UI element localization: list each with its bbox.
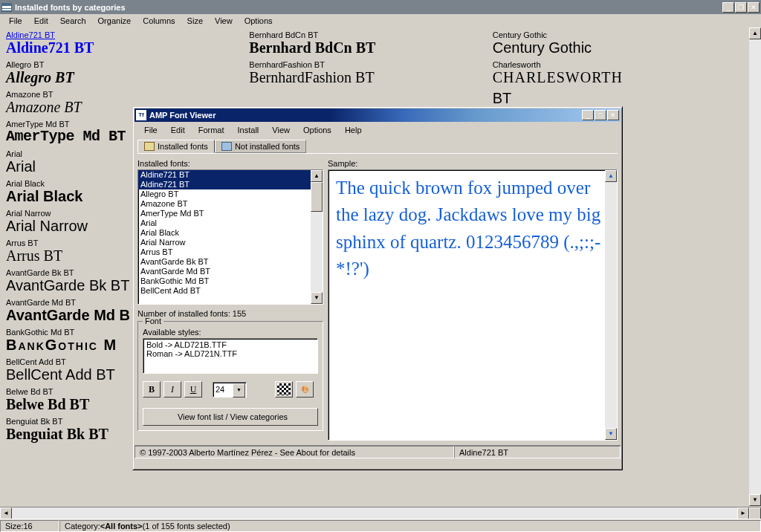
list-item[interactable]: Aldine721 BT [138,170,323,180]
font-name: BernhardFashion BT [249,60,492,69]
font-cell[interactable]: Century GothicCentury Gothic [493,30,736,56]
list-item[interactable]: Amazone BT [138,199,323,209]
main-titlebar: Installed fonts by categories _ ❐ ✕ [0,0,761,14]
font-name: Amazone BT [6,90,249,99]
viewer-close-button[interactable]: ✕ [607,110,619,120]
bold-button[interactable]: B [143,381,161,398]
font-cell[interactable]: Allegro BTAllegro BT [6,60,249,85]
app-icon: Tf [136,110,146,120]
font-preview: Aldine721 BT [6,39,249,56]
list-scroll-thumb[interactable] [311,182,323,212]
categories-icon [1,3,12,12]
list-item[interactable]: Arial Narrow [138,238,323,247]
list-item[interactable]: Arial Black [138,228,323,238]
list-item[interactable]: Allegro BT [138,189,323,199]
main-title: Installed fonts by categories [15,3,126,12]
font-preview: Century Gothic [493,39,736,56]
vmenu-format[interactable]: Format [192,124,231,136]
sample-scrollbar[interactable]: ▲ ▼ [605,170,617,440]
vmenu-edit[interactable]: Edit [164,124,192,136]
left-panel: Installed fonts: Aldine721 BTAldine721 B… [137,159,323,441]
tab-installed[interactable]: Installed fonts [137,140,215,153]
menu-file[interactable]: File [3,15,28,27]
menu-search[interactable]: Search [54,15,92,27]
main-menubar: File Edit Search Organize Columns Size V… [0,14,761,27]
fonts-listbox[interactable]: Aldine721 BTAldine721 BTAllegro BTAmazon… [137,169,323,305]
font-cell[interactable]: Bernhard BdCn BTBernhard BdCn BT [249,30,492,56]
sample-scroll-up[interactable]: ▲ [605,170,617,182]
font-legend: Font [143,317,163,325]
scroll-left-button[interactable]: ◄ [0,507,12,519]
fg-color-button[interactable] [275,381,293,398]
scroll-right-button[interactable]: ► [737,507,749,519]
sample-scroll-down[interactable]: ▼ [605,428,617,440]
vmenu-file[interactable]: File [137,124,164,136]
bg-color-button[interactable]: 🎨 [296,381,314,398]
list-scroll-up[interactable]: ▲ [311,170,323,182]
vmenu-options[interactable]: Options [297,124,338,136]
status-copyright: © 1997-2003 Alberto Martínez Pérez - See… [135,446,454,458]
font-preview: BT [493,90,736,106]
viewer-titlebar: Tf AMP Font Viewer _ □ ✕ [135,108,621,122]
style-row: Roman -> ALD721N.TTF [146,349,314,358]
font-name: Bernhard BdCn BT [249,30,492,39]
font-preview: Allegro BT [6,69,249,85]
menu-organize[interactable]: Organize [92,15,137,27]
main-statusbar: Size: 16 Category: <All fonts> (1 of 155… [0,519,761,532]
close-button[interactable]: ✕ [748,2,760,13]
vertical-scrollbar[interactable]: ▲ ▼ [749,27,761,506]
list-item[interactable]: Aldine721 BT [138,180,323,189]
minimize-button[interactable]: _ [722,2,734,13]
viewer-minimize-button[interactable]: _ [582,110,594,120]
list-item[interactable]: BankGothic Md BT [138,276,323,286]
font-name: Charlesworth [493,60,736,69]
italic-button[interactable]: I [163,381,181,398]
list-item[interactable]: AvantGarde Bk BT [138,257,323,267]
scroll-corner [749,507,761,519]
font-name: Century Gothic [493,30,736,39]
vmenu-install[interactable]: Install [231,124,266,136]
font-count: Number of installed fonts: 155 [137,309,323,318]
font-name: Aldine721 BT [6,30,249,39]
list-item[interactable]: AvantGarde Md BT [138,267,323,276]
menu-options[interactable]: Options [239,15,279,27]
restore-button[interactable]: ❐ [735,2,747,13]
right-panel: Sample: The quick brown fox jumped over … [328,159,618,441]
styles-box: Bold -> ALD721B.TTF Roman -> ALD721N.TTF [143,338,318,374]
vmenu-view[interactable]: View [265,124,297,136]
horizontal-scrollbar[interactable]: ◄ ► [0,507,761,519]
list-item[interactable]: Arrus BT [138,247,323,257]
list-item[interactable]: BellCent Add BT [138,286,323,296]
menu-columns[interactable]: Columns [137,15,181,27]
fonts-list-label: Installed fonts: [137,159,323,168]
tab-not-installed[interactable]: Not installed fonts [215,140,306,153]
tabs: Installed fonts Not installed fonts [133,137,622,153]
menu-size[interactable]: Size [181,15,209,27]
not-installed-fonts-icon [221,142,232,151]
status-category: Category: <All fonts> (1 of 155 fonts se… [59,520,761,532]
status-current-font: Aldine721 BT [454,446,621,458]
style-row: Bold -> ALD721B.TTF [146,340,314,349]
viewer-title: AMP Font Viewer [149,111,216,120]
font-cell[interactable]: CharlesworthCHARLESWORTH [493,60,736,85]
size-select[interactable]: 24 [213,382,247,398]
font-preview: Bernhard BdCn BT [249,39,492,56]
font-cell[interactable]: BT [493,90,736,106]
menu-view[interactable]: View [209,15,239,27]
vmenu-help[interactable]: Help [338,124,369,136]
list-scroll-down[interactable]: ▼ [311,292,323,304]
underline-button[interactable]: U [184,381,202,398]
viewer-statusbar: © 1997-2003 Alberto Martínez Pérez - See… [135,445,621,458]
scroll-down-button[interactable]: ▼ [749,494,761,506]
list-item[interactable]: AmerType Md BT [138,209,323,218]
font-cell[interactable]: BernhardFashion BTBernhardFashion BT [249,60,492,85]
sample-label: Sample: [328,159,618,168]
menu-edit[interactable]: Edit [28,15,54,27]
list-item[interactable]: Arial [138,218,323,228]
sample-textarea[interactable]: The quick brown fox jumped over the lazy… [328,169,618,441]
view-categories-button[interactable]: View font list / View categories [143,408,318,426]
font-cell[interactable]: Aldine721 BTAldine721 BT [6,30,249,56]
listbox-scrollbar[interactable]: ▲ ▼ [311,170,323,304]
scroll-up-button[interactable]: ▲ [749,27,761,39]
viewer-maximize-button[interactable]: □ [595,110,606,120]
